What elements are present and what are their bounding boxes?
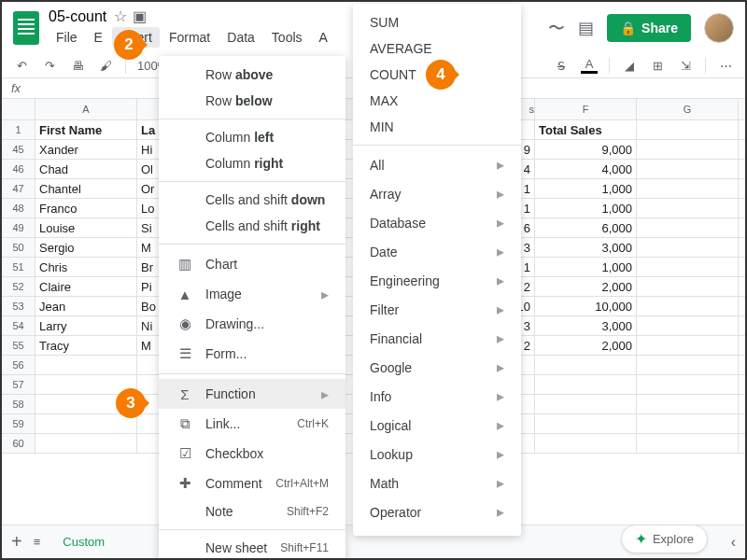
func-category[interactable]: Date▸ bbox=[353, 237, 521, 266]
more-toolbar-icon[interactable]: ⋯ bbox=[717, 57, 734, 74]
cell[interactable]: Franco bbox=[35, 199, 137, 217]
cell[interactable]: 1,000 bbox=[535, 258, 637, 276]
avatar[interactable] bbox=[704, 13, 734, 43]
comments-icon[interactable]: ▤ bbox=[578, 18, 594, 38]
row-header[interactable]: 46 bbox=[2, 160, 35, 178]
cell[interactable]: 1,000 bbox=[535, 199, 637, 217]
cell[interactable]: 2,000 bbox=[535, 336, 637, 355]
insert-function[interactable]: ΣFunction▸ bbox=[159, 379, 345, 409]
insert-checkbox[interactable]: ☑Checkbox bbox=[159, 439, 345, 469]
col-header[interactable]: G bbox=[637, 99, 739, 119]
func-category[interactable]: All▸ bbox=[353, 150, 521, 179]
func-category[interactable]: Financial▸ bbox=[353, 324, 521, 353]
cell[interactable]: Chris bbox=[35, 258, 137, 276]
star-icon[interactable]: ☆ bbox=[114, 7, 127, 25]
cell[interactable]: 3,000 bbox=[535, 238, 637, 257]
cell[interactable]: 9,000 bbox=[535, 140, 637, 159]
insert-column-right[interactable]: Column right bbox=[159, 150, 345, 176]
row-header[interactable]: 50 bbox=[2, 238, 35, 257]
col-header[interactable]: F bbox=[535, 99, 637, 119]
insert-column-left[interactable]: Column left bbox=[159, 124, 345, 150]
row-header[interactable]: 56 bbox=[2, 356, 35, 374]
menu-data[interactable]: Data bbox=[219, 27, 262, 48]
func-category[interactable]: Operator▸ bbox=[353, 497, 521, 526]
func-category[interactable]: Parser▸ bbox=[353, 526, 521, 536]
cell[interactable]: 2,000 bbox=[535, 277, 637, 296]
menu-format[interactable]: Format bbox=[162, 27, 218, 48]
func-category[interactable]: Array▸ bbox=[353, 179, 521, 208]
insert-row-below[interactable]: Row below bbox=[159, 88, 345, 114]
select-all-corner[interactable] bbox=[2, 99, 35, 119]
cell[interactable]: Jean bbox=[35, 297, 137, 315]
menu-edit[interactable]: E bbox=[87, 27, 110, 48]
func-min[interactable]: MIN bbox=[353, 114, 521, 140]
func-category[interactable]: Database▸ bbox=[353, 208, 521, 237]
insert-comment[interactable]: ✚CommentCtrl+Alt+M bbox=[159, 469, 345, 498]
text-color-icon[interactable]: A bbox=[581, 57, 598, 74]
redo-icon[interactable]: ↷ bbox=[41, 57, 58, 74]
row-header[interactable]: 45 bbox=[2, 140, 35, 159]
undo-icon[interactable]: ↶ bbox=[13, 57, 30, 74]
menu-file[interactable]: File bbox=[49, 27, 85, 48]
chevron-left-icon[interactable]: ‹ bbox=[731, 534, 736, 551]
open-trends-icon[interactable]: 〜 bbox=[548, 17, 565, 39]
cell[interactable]: 4,000 bbox=[535, 160, 637, 178]
menu-addons[interactable]: A bbox=[312, 27, 335, 48]
cell[interactable]: Chantel bbox=[35, 179, 137, 198]
fill-color-icon[interactable]: ◢ bbox=[621, 57, 638, 74]
row-header[interactable]: 51 bbox=[2, 258, 35, 276]
borders-icon[interactable]: ⊞ bbox=[649, 57, 666, 74]
insert-cells-down[interactable]: Cells and shift down bbox=[159, 187, 345, 213]
row-header[interactable]: 47 bbox=[2, 179, 35, 198]
insert-new-sheet[interactable]: New sheetShift+F11 bbox=[159, 535, 345, 560]
row-header[interactable]: 59 bbox=[2, 414, 35, 433]
cell[interactable]: Larry bbox=[35, 316, 137, 335]
row-header[interactable]: 55 bbox=[2, 336, 35, 355]
cell[interactable]: 10,000 bbox=[535, 297, 637, 315]
cell[interactable]: First Name bbox=[35, 120, 137, 139]
menu-tools[interactable]: Tools bbox=[264, 27, 310, 48]
all-sheets-icon[interactable]: ≡ bbox=[34, 535, 41, 549]
cell[interactable]: Claire bbox=[35, 277, 137, 296]
insert-row-above[interactable]: Row above bbox=[159, 62, 345, 88]
insert-drawing[interactable]: ◉Drawing... bbox=[159, 309, 345, 339]
insert-image[interactable]: ▲Image▸ bbox=[159, 279, 345, 309]
folder-icon[interactable]: ▣ bbox=[133, 7, 147, 25]
add-sheet-icon[interactable]: + bbox=[11, 531, 22, 553]
func-average[interactable]: AVERAGE bbox=[353, 35, 521, 62]
row-header[interactable]: 49 bbox=[2, 218, 35, 237]
func-category[interactable]: Lookup▸ bbox=[353, 440, 521, 469]
insert-note[interactable]: NoteShift+F2 bbox=[159, 498, 345, 525]
cell[interactable]: 3,000 bbox=[535, 316, 637, 335]
row-header[interactable]: 57 bbox=[2, 375, 35, 394]
row-header[interactable]: 53 bbox=[2, 297, 35, 315]
cell[interactable]: Tracy bbox=[35, 336, 137, 355]
func-max[interactable]: MAX bbox=[353, 88, 521, 114]
col-header[interactable]: A bbox=[35, 99, 137, 119]
cell[interactable]: Xander bbox=[35, 140, 137, 159]
paint-format-icon[interactable]: 🖌 bbox=[97, 57, 114, 74]
cell[interactable]: Louise bbox=[35, 218, 137, 237]
document-title[interactable]: 05-count bbox=[49, 8, 106, 25]
func-category[interactable]: Math▸ bbox=[353, 469, 521, 497]
share-button[interactable]: 🔒 Share bbox=[607, 14, 691, 42]
merge-icon[interactable]: ⇲ bbox=[677, 57, 694, 74]
explore-button[interactable]: ✦ Explore bbox=[621, 525, 708, 553]
cell[interactable]: 1,000 bbox=[535, 179, 637, 198]
func-category[interactable]: Google▸ bbox=[353, 353, 521, 382]
insert-chart[interactable]: ▥Chart bbox=[159, 249, 345, 279]
print-icon[interactable]: 🖶 bbox=[69, 57, 86, 74]
strikethrough-icon[interactable]: S̶ bbox=[553, 57, 570, 74]
row-header[interactable]: 1 bbox=[2, 120, 35, 139]
cell[interactable]: Chad bbox=[35, 160, 137, 178]
row-header[interactable]: 58 bbox=[2, 395, 35, 413]
row-header[interactable]: 52 bbox=[2, 277, 35, 296]
row-header[interactable]: 54 bbox=[2, 316, 35, 335]
func-category[interactable]: Engineering▸ bbox=[353, 266, 521, 295]
insert-cells-right[interactable]: Cells and shift right bbox=[159, 213, 345, 239]
cell[interactable]: 6,000 bbox=[535, 218, 637, 237]
cell[interactable]: Total Sales bbox=[535, 120, 637, 139]
func-category[interactable]: Filter▸ bbox=[353, 295, 521, 324]
row-header[interactable]: 60 bbox=[2, 434, 35, 453]
cell[interactable]: Sergio bbox=[35, 238, 137, 257]
